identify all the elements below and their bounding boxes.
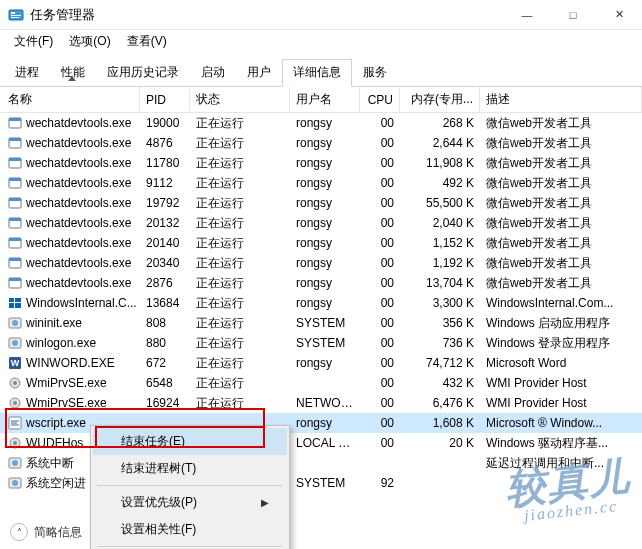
table-row[interactable]: wechatdevtools.exe2876正在运行rongsy0013,704… — [0, 273, 642, 293]
table-row[interactable]: WmiPrvSE.exe16924正在运行NETWOR...006,476 KW… — [0, 393, 642, 413]
svg-rect-19 — [9, 258, 21, 261]
process-memory: 492 K — [400, 175, 480, 191]
minimize-button[interactable]: — — [504, 0, 550, 30]
footer: ˄ 简略信息 — [10, 523, 82, 541]
context-menu: 结束任务(E) 结束进程树(T) 设置优先级(P) ▶ 设置相关性(F) 分析等… — [90, 425, 290, 549]
table-row[interactable]: wechatdevtools.exe4876正在运行rongsy002,644 … — [0, 133, 642, 153]
svg-point-33 — [13, 381, 17, 385]
col-header-status[interactable]: 状态 — [190, 87, 290, 112]
process-status: 正在运行 — [190, 174, 290, 193]
table-row[interactable]: wechatdevtools.exe19792正在运行rongsy0055,50… — [0, 193, 642, 213]
process-status: 正在运行 — [190, 214, 290, 233]
process-status: 正在运行 — [190, 334, 290, 353]
ctx-set-priority[interactable]: 设置优先级(P) ▶ — [93, 489, 287, 516]
svg-rect-25 — [15, 303, 21, 308]
svg-point-27 — [12, 320, 18, 326]
process-status — [190, 422, 290, 424]
col-header-user[interactable]: 用户名 — [290, 87, 360, 112]
process-memory: 432 K — [400, 375, 480, 391]
table-row[interactable]: wininit.exe808正在运行SYSTEM00356 KWindows 启… — [0, 313, 642, 333]
process-user: rongsy — [290, 255, 360, 271]
ctx-set-affinity-label: 设置相关性(F) — [121, 521, 196, 538]
process-description: 微信web开发者工具 — [480, 134, 642, 153]
ctx-end-process-tree[interactable]: 结束进程树(T) — [93, 455, 287, 482]
process-user — [290, 382, 360, 384]
process-description: 微信web开发者工具 — [480, 114, 642, 133]
process-icon: W — [8, 356, 22, 370]
process-description: 微信web开发者工具 — [480, 214, 642, 233]
tab-app-history[interactable]: 应用历史记录 — [96, 59, 190, 87]
col-header-description[interactable]: 描述 — [480, 87, 642, 112]
process-cpu: 00 — [360, 115, 400, 131]
ctx-separator — [97, 546, 283, 547]
submenu-arrow-icon: ▶ — [261, 497, 269, 508]
process-memory: 13,704 K — [400, 275, 480, 291]
tab-strip: 进程 性能 应用历史记录 启动 用户 详细信息 服务 — [0, 52, 642, 87]
process-description: Windows 驱动程序基... — [480, 434, 642, 453]
menu-options[interactable]: 选项(O) — [61, 31, 118, 52]
process-name: wechatdevtools.exe — [26, 196, 131, 210]
maximize-button[interactable]: □ — [550, 0, 596, 30]
menu-view[interactable]: 查看(V) — [119, 31, 175, 52]
process-cpu: 00 — [360, 175, 400, 191]
process-cpu: 00 — [360, 255, 400, 271]
table-row[interactable]: WindowsInternal.C...13684正在运行rongsy003,3… — [0, 293, 642, 313]
col-header-pid[interactable]: PID — [140, 89, 190, 111]
svg-rect-23 — [15, 298, 21, 302]
process-pid: 19792 — [140, 195, 190, 211]
table-row[interactable]: wechatdevtools.exe9112正在运行rongsy00492 K微… — [0, 173, 642, 193]
process-name: wechatdevtools.exe — [26, 256, 131, 270]
process-cpu: 00 — [360, 195, 400, 211]
process-memory: 20 K — [400, 435, 480, 451]
process-cpu — [360, 462, 400, 464]
process-pid: 20132 — [140, 215, 190, 231]
svg-rect-2 — [11, 15, 21, 16]
tab-details[interactable]: 详细信息 — [282, 59, 352, 87]
svg-rect-3 — [11, 17, 19, 18]
process-pid: 4876 — [140, 135, 190, 151]
process-user: rongsy — [290, 195, 360, 211]
col-header-name[interactable]: 名称 — [0, 87, 140, 112]
process-icon — [8, 296, 22, 310]
process-user: SYSTEM — [290, 475, 360, 491]
close-button[interactable]: ✕ — [596, 0, 642, 30]
process-memory: 356 K — [400, 315, 480, 331]
process-memory: 3,300 K — [400, 295, 480, 311]
footer-label: 简略信息 — [34, 524, 82, 541]
process-name: WUDFHos — [26, 436, 83, 450]
col-header-cpu[interactable]: CPU — [360, 89, 400, 111]
table-row[interactable]: wechatdevtools.exe11780正在运行rongsy0011,90… — [0, 153, 642, 173]
table-row[interactable]: wechatdevtools.exe20340正在运行rongsy001,192… — [0, 253, 642, 273]
tab-users[interactable]: 用户 — [236, 59, 282, 87]
process-pid: 880 — [140, 335, 190, 351]
process-status: 正在运行 — [190, 374, 290, 393]
process-memory: 74,712 K — [400, 355, 480, 371]
process-icon — [8, 276, 22, 290]
table-row[interactable]: winlogon.exe880正在运行SYSTEM00736 KWindows … — [0, 333, 642, 353]
menu-file[interactable]: 文件(F) — [6, 31, 61, 52]
table-row[interactable]: WWINWORD.EXE672正在运行rongsy0074,712 KMicro… — [0, 353, 642, 373]
svg-point-29 — [12, 340, 18, 346]
process-cpu: 00 — [360, 415, 400, 431]
process-icon — [8, 456, 22, 470]
process-user: NETWOR... — [290, 395, 360, 411]
ctx-set-affinity[interactable]: 设置相关性(F) — [93, 516, 287, 543]
table-row[interactable]: wechatdevtools.exe20140正在运行rongsy001,152… — [0, 233, 642, 253]
tab-processes[interactable]: 进程 — [4, 59, 50, 87]
table-row[interactable]: WmiPrvSE.exe6548正在运行00432 KWMI Provider … — [0, 373, 642, 393]
process-pid: 11780 — [140, 155, 190, 171]
tab-performance[interactable]: 性能 — [50, 59, 96, 87]
table-row[interactable]: wechatdevtools.exe20132正在运行rongsy002,040… — [0, 213, 642, 233]
process-user: rongsy — [290, 235, 360, 251]
svg-rect-7 — [9, 138, 21, 141]
fewer-details-toggle[interactable]: ˄ — [10, 523, 28, 541]
process-status: 正在运行 — [190, 354, 290, 373]
tab-startup[interactable]: 启动 — [190, 59, 236, 87]
process-status: 正在运行 — [190, 114, 290, 133]
tab-services[interactable]: 服务 — [352, 59, 398, 87]
process-memory: 1,192 K — [400, 255, 480, 271]
svg-point-42 — [12, 480, 18, 486]
ctx-end-task[interactable]: 结束任务(E) — [93, 428, 287, 455]
table-row[interactable]: wechatdevtools.exe19000正在运行rongsy00268 K… — [0, 113, 642, 133]
col-header-memory[interactable]: 内存(专用... — [400, 87, 480, 112]
